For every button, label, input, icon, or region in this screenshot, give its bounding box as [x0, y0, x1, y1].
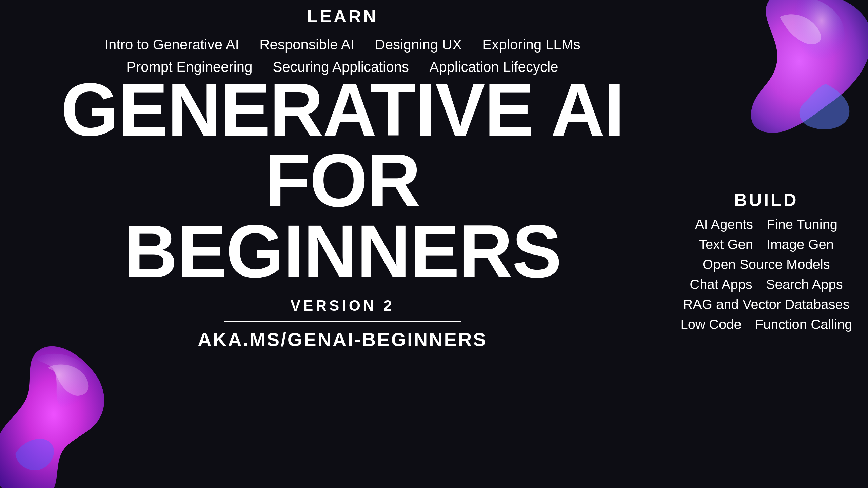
learn-item-responsible: Responsible AI	[259, 37, 354, 53]
build-item-text-gen: Text Gen	[699, 237, 753, 252]
build-item-search-apps: Search Apps	[766, 277, 843, 292]
build-row-6: Low Code Function Calling	[685, 317, 848, 332]
build-item-low-code: Low Code	[680, 317, 742, 332]
title-line-1: GENERATIVE AI	[61, 75, 624, 145]
build-row-3: Open Source Models	[685, 257, 848, 272]
learn-item-intro: Intro to Generative AI	[104, 37, 239, 53]
main-title: GENERATIVE AI FOR BEGINNERS	[61, 75, 624, 287]
build-item-open-source: Open Source Models	[703, 257, 830, 272]
build-row-2: Text Gen Image Gen	[685, 237, 848, 252]
build-item-ai-agents: AI Agents	[695, 217, 753, 232]
learn-item-llms: Exploring LLMs	[482, 37, 580, 53]
build-item-chat-apps: Chat Apps	[690, 277, 752, 292]
learn-item-ux: Designing UX	[375, 37, 462, 53]
title-line-2: FOR	[61, 145, 624, 216]
url-label: AKA.MS/GENAI-BEGINNERS	[198, 328, 487, 350]
build-item-function-calling: Function Calling	[755, 317, 852, 332]
build-item-image-gen: Image Gen	[767, 237, 834, 252]
build-label: BUILD	[685, 190, 848, 210]
build-section: BUILD AI Agents Fine Tuning Text Gen Ima…	[685, 190, 848, 337]
version-label: VERSION 2	[291, 297, 395, 314]
learn-label: LEARN	[0, 6, 685, 26]
build-item-fine-tuning: Fine Tuning	[767, 217, 837, 232]
title-line-3: BEGINNERS	[61, 216, 624, 287]
learn-row-1: Intro to Generative AI Responsible AI De…	[0, 37, 685, 53]
divider	[224, 321, 461, 322]
build-item-rag: RAG and Vector Databases	[683, 297, 849, 312]
build-row-5: RAG and Vector Databases	[685, 297, 848, 312]
build-row-4: Chat Apps Search Apps	[685, 277, 848, 292]
main-title-section: GENERATIVE AI FOR BEGINNERS VERSION 2 AK…	[0, 75, 685, 350]
build-row-1: AI Agents Fine Tuning	[685, 217, 848, 232]
